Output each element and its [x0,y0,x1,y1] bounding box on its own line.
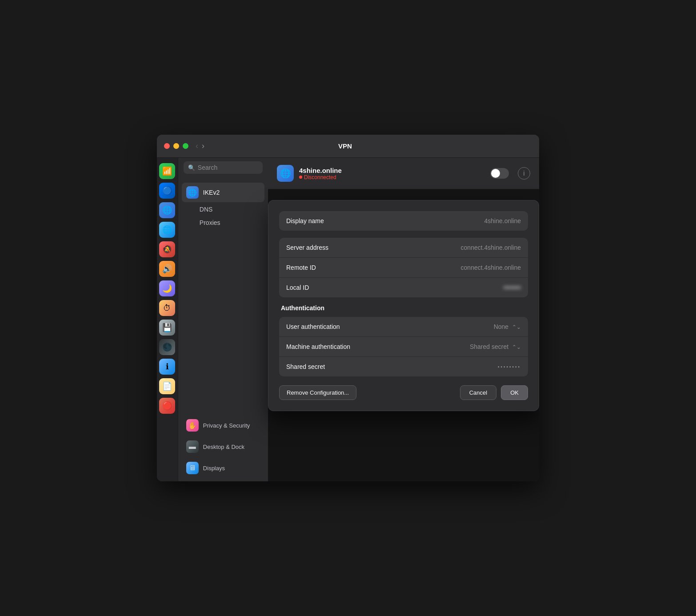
vpn-status: Disconnected [299,174,485,180]
local-id-row: Local ID •••••••• [279,278,528,297]
machine-auth-row: Machine authentication Shared secret ⌃⌄ [279,337,528,357]
donotdisturb-icon-item[interactable]: 🔕 [159,241,175,257]
search-bar[interactable]: 🔍 [184,161,263,174]
network-icon-item[interactable]: 🌐 [159,202,175,218]
notes-icon-item[interactable]: 📄 [159,378,175,394]
sound-icon-item[interactable]: 🔊 [159,261,175,277]
privacy-icon: ✋ [186,419,199,432]
remote-id-label: Remote ID [286,264,461,271]
vpn-icon: 🌐 [277,165,294,182]
dark-icon-item[interactable]: 🌑 [159,339,175,355]
machine-auth-label: Machine authentication [286,343,470,350]
ikev2-label: IKEv2 [203,189,220,196]
sidebar-bottom-items: ✋ Privacy & Security ▬ Desktop & Dock 🖥 … [178,412,268,481]
auth-section: User authentication None ⌃⌄ Machi [279,317,528,376]
vpn-toggle[interactable] [490,168,509,179]
prefs-icon-item[interactable]: 🔴 [159,398,175,414]
server-section: Server address connect.4shine.online Rem… [279,238,528,297]
search-input[interactable] [198,164,258,171]
desktop-icon: ▬ [186,440,199,453]
info-button[interactable]: i [518,167,530,180]
local-id-label: Local ID [286,284,504,291]
dns-label: DNS [200,206,213,213]
user-auth-label: User authentication [286,323,494,330]
sidebar-sub-items: DNS Proxies [182,202,264,230]
title-bar: ‹ › VPN [157,135,539,158]
back-arrow-icon[interactable]: ‹ [196,141,198,151]
ikev2-icon: 🌐 [186,186,199,199]
dialog-footer: Remove Configuration... Cancel OK [279,385,528,400]
shared-secret-value[interactable]: •••••••• [498,364,521,369]
remove-config-button[interactable]: Remove Configuration... [279,385,356,400]
sidebar-item-displays[interactable]: 🖥 Displays [182,458,264,478]
remote-id-value[interactable]: connect.4shine.online [461,264,521,271]
vpn-info: 4shine.online Disconnected [299,167,485,180]
displays-icon: 🖥 [186,462,199,474]
shared-secret-label: Shared secret [286,363,498,370]
config-dialog: Display name 4shine.online Server addres… [268,200,539,411]
shared-secret-row: Shared secret •••••••• [279,357,528,376]
timemachine-icon-item[interactable]: 💾 [159,320,175,336]
sidebar-item-desktop[interactable]: ▬ Desktop & Dock [182,437,264,456]
status-text: Disconnected [304,174,336,180]
server-address-value[interactable]: connect.4shine.online [461,244,521,251]
proxies-label: Proxies [200,219,220,226]
icons-column: 📶 🔵 🌐 🌐 🔕 🔊 🌙 ⏱ 💾 🌑 ℹ 📄 🔴 [157,158,178,481]
machine-auth-value[interactable]: Shared secret ⌃⌄ [470,343,521,350]
screen-icon-item[interactable]: ⏱ [159,300,175,316]
window-body: 📶 🔵 🌐 🌐 🔕 🔊 🌙 ⏱ 💾 🌑 ℹ 📄 🔴 🔍 [157,158,539,481]
user-auth-row: User authentication None ⌃⌄ [279,317,528,337]
server-address-label: Server address [286,244,461,251]
vpn-header: 🌐 4shine.online Disconnected i [268,158,539,189]
auth-heading: Authentication [279,304,528,312]
machine-auth-stepper-icon: ⌃⌄ [512,344,521,350]
display-name-value[interactable]: 4shine.online [484,217,521,224]
ok-button[interactable]: OK [501,385,528,400]
vpn-name: 4shine.online [299,167,485,174]
user-auth-stepper-icon: ⌃⌄ [512,324,521,330]
sidebar-item-dns[interactable]: DNS [195,203,264,216]
remote-id-row: Remote ID connect.4shine.online [279,258,528,278]
footer-right-buttons: Cancel OK [460,385,528,400]
window-title: VPN [158,142,532,150]
content-panel: 🌐 4shine.online Disconnected i [268,158,539,481]
focus-icon-item[interactable]: 🌙 [159,280,175,296]
cancel-button[interactable]: Cancel [460,385,496,400]
displays-label: Displays [203,465,225,472]
main-window: ‹ › VPN 📶 🔵 🌐 🌐 🔕 🔊 🌙 ⏱ 💾 🌑 ℹ 📄 🔴 🔍 [157,135,539,481]
bluetooth-icon-item[interactable]: 🔵 [159,183,175,199]
status-dot-icon [299,176,302,179]
sidebar-item-ikev2[interactable]: 🌐 IKEv2 [182,183,264,202]
modal-overlay: Display name 4shine.online Server addres… [268,189,539,481]
wifi-icon-item[interactable]: 📶 [159,163,175,179]
info-icon-item[interactable]: ℹ [159,359,175,375]
display-name-row: Display name 4shine.online [279,211,528,231]
user-auth-value[interactable]: None ⌃⌄ [494,323,521,330]
search-icon: 🔍 [188,164,195,171]
sidebar-nav: 🌐 IKEv2 DNS Proxies [178,179,268,233]
desktop-label: Desktop & Dock [203,444,244,450]
privacy-label: Privacy & Security [203,422,250,429]
display-name-section: Display name 4shine.online [279,211,528,231]
sidebar-item-privacy[interactable]: ✋ Privacy & Security [182,416,264,435]
server-address-row: Server address connect.4shine.online [279,238,528,258]
sidebar-item-proxies[interactable]: Proxies [195,216,264,229]
local-id-value[interactable]: •••••••• [504,284,521,291]
vpn-icon-item[interactable]: 🌐 [159,222,175,238]
left-panel: 🔍 🌐 IKEv2 DNS Proxies [178,158,268,481]
display-name-label: Display name [286,217,484,224]
